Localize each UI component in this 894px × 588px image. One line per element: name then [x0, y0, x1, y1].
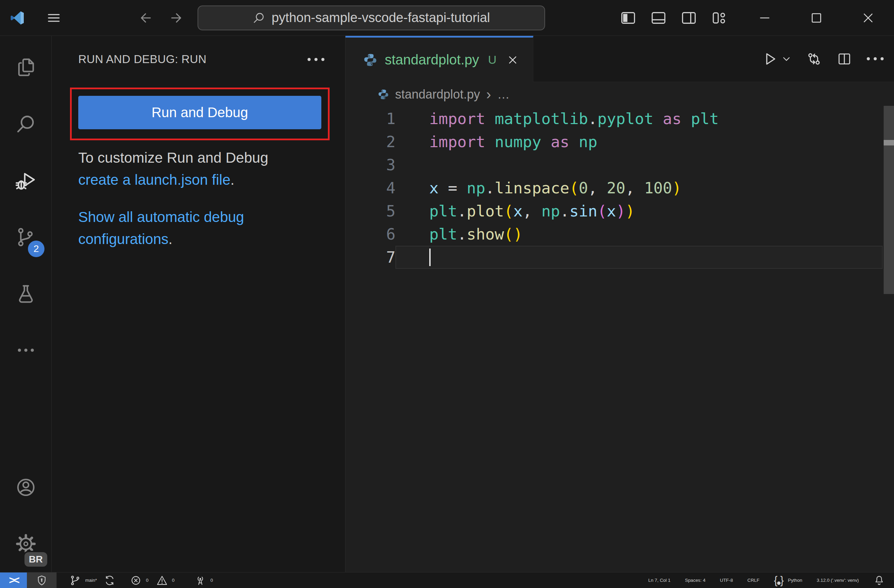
- show-debug-configs-link[interactable]: Show all automatic debug configurations: [78, 209, 244, 247]
- code-token: ): [625, 202, 635, 220]
- line-content[interactable]: import matplotlib.pyplot as plt: [396, 107, 883, 130]
- language-mode-status[interactable]: {} Python: [767, 573, 809, 588]
- eol-status[interactable]: CRLF: [740, 573, 767, 588]
- search-sidebar-icon[interactable]: [0, 96, 51, 152]
- code-token: 20: [607, 179, 625, 197]
- editor-scrollbar[interactable]: [883, 106, 894, 294]
- close-button[interactable]: [842, 0, 894, 36]
- remote-indicator[interactable]: ><: [0, 573, 27, 588]
- line-content[interactable]: plt.show(): [396, 223, 883, 246]
- run-dropdown-chevron-icon[interactable]: [781, 54, 791, 64]
- profile-badge: BR: [23, 551, 48, 568]
- braces-icon: {}: [774, 575, 784, 586]
- indentation-status[interactable]: Spaces: 4: [678, 573, 713, 588]
- status-bar: >< main* 0 0: [0, 572, 894, 588]
- toggle-secondary-sidebar-icon[interactable]: [680, 9, 698, 27]
- sentence-period: .: [230, 172, 234, 188]
- python-interpreter-status[interactable]: 3.12.0 ('.venv': venv): [809, 573, 866, 588]
- create-launch-json-link[interactable]: create a launch.json file: [78, 172, 230, 188]
- breadcrumb-file[interactable]: standardplot.py: [395, 87, 480, 102]
- forward-button[interactable]: [169, 11, 184, 26]
- line-content[interactable]: [396, 153, 883, 176]
- explorer-icon[interactable]: [0, 39, 51, 96]
- line-content[interactable]: x = np.linspace(0, 20, 100): [396, 176, 883, 199]
- line-content[interactable]: import numpy as np: [396, 130, 883, 153]
- line-content[interactable]: plt.plot(x, np.sin(x)): [396, 199, 883, 223]
- code-token: show: [467, 225, 504, 243]
- run-and-debug-button[interactable]: Run and Debug: [78, 96, 321, 129]
- notifications-bell-icon[interactable]: [866, 573, 894, 588]
- code-token: import: [429, 133, 485, 151]
- run-and-debug-icon[interactable]: [0, 152, 51, 209]
- breadcrumb-symbol-ellipsis[interactable]: …: [497, 87, 510, 102]
- cursor-position-status[interactable]: Ln 7, Col 1: [641, 573, 678, 588]
- code-line[interactable]: 1import matplotlib.pyplot as plt: [346, 107, 894, 130]
- workspace-trust-icon[interactable]: [27, 573, 57, 588]
- code-token: ): [616, 202, 625, 220]
- tab-strip: standardplot.py U: [346, 36, 894, 82]
- code-token: [439, 179, 448, 197]
- line-number: 7: [346, 246, 396, 269]
- sidebar-more-actions-icon[interactable]: [308, 58, 325, 61]
- text-cursor: [429, 249, 430, 266]
- sidebar-title: RUN AND DEBUG: RUN: [78, 53, 207, 66]
- testing-icon[interactable]: [0, 265, 51, 322]
- code-token: .: [457, 225, 467, 243]
- code-line[interactable]: 5plt.plot(x, np.sin(x)): [346, 199, 894, 223]
- command-center-text: python-sample-vscode-fastapi-tutorial: [272, 11, 490, 25]
- warning-count: 0: [172, 577, 174, 583]
- open-changes-icon[interactable]: [806, 51, 822, 67]
- encoding-status[interactable]: UTF-8: [713, 573, 740, 588]
- run-python-file-icon[interactable]: [761, 51, 778, 67]
- editor-more-actions-icon[interactable]: [867, 57, 883, 60]
- toggle-panel-icon[interactable]: [650, 9, 667, 27]
- code-token: x: [429, 179, 439, 197]
- customize-layout-icon[interactable]: [711, 9, 728, 27]
- ports-status[interactable]: 0: [187, 573, 220, 588]
- activity-bar: 2 BR: [0, 36, 52, 572]
- code-token: ,: [523, 202, 532, 220]
- tab-close-icon[interactable]: [507, 54, 518, 66]
- code-token: [598, 179, 607, 197]
- code-token: [457, 179, 467, 197]
- command-center-search[interactable]: python-sample-vscode-fastapi-tutorial: [198, 6, 545, 30]
- more-views-icon[interactable]: [0, 322, 51, 378]
- split-editor-icon[interactable]: [837, 51, 852, 67]
- back-button[interactable]: [138, 11, 153, 26]
- code-token: sin: [569, 202, 597, 220]
- maximize-button[interactable]: [791, 0, 842, 36]
- tab-standardplot[interactable]: standardplot.py U: [346, 36, 533, 82]
- code-line[interactable]: 4x = np.linspace(0, 20, 100): [346, 176, 894, 199]
- minimize-button[interactable]: [739, 0, 791, 36]
- customize-paragraph: To customize Run and Debug create a laun…: [78, 147, 322, 191]
- code-token: [532, 202, 541, 220]
- customize-text: To customize Run and Debug: [78, 149, 268, 166]
- hamburger-menu-icon[interactable]: [44, 8, 63, 27]
- code-token: (: [598, 202, 607, 220]
- code-line[interactable]: 7: [346, 246, 894, 269]
- run-python-file-control: [761, 51, 791, 67]
- code-token: .: [485, 179, 495, 197]
- code-line[interactable]: 2import numpy as np: [346, 130, 894, 153]
- toggle-primary-sidebar-icon[interactable]: [619, 9, 637, 27]
- code-token: 100: [644, 179, 672, 197]
- problems-status[interactable]: 0 0: [123, 573, 182, 588]
- editor-group: standardplot.py U: [346, 36, 894, 572]
- git-untracked-badge: U: [488, 53, 497, 66]
- language-name: Python: [788, 577, 802, 583]
- code-token: [485, 133, 495, 151]
- remote-icon: ><: [9, 574, 18, 586]
- git-branch-status[interactable]: main*: [62, 573, 123, 588]
- sidebar-header: RUN AND DEBUG: RUN: [52, 36, 345, 83]
- source-control-icon[interactable]: 2: [0, 209, 51, 265]
- warning-icon: [156, 574, 168, 586]
- code-line[interactable]: 6plt.show(): [346, 223, 894, 246]
- account-icon[interactable]: [0, 459, 51, 516]
- settings-gear-icon[interactable]: BR: [0, 516, 51, 572]
- line-content[interactable]: [396, 246, 883, 269]
- code-token: x: [607, 202, 616, 220]
- code-line[interactable]: 3: [346, 153, 894, 176]
- code-token: ): [672, 179, 681, 197]
- source-control-badge: 2: [28, 241, 44, 257]
- run-and-debug-sidebar: RUN AND DEBUG: RUN Run and Debug To cust…: [52, 36, 346, 572]
